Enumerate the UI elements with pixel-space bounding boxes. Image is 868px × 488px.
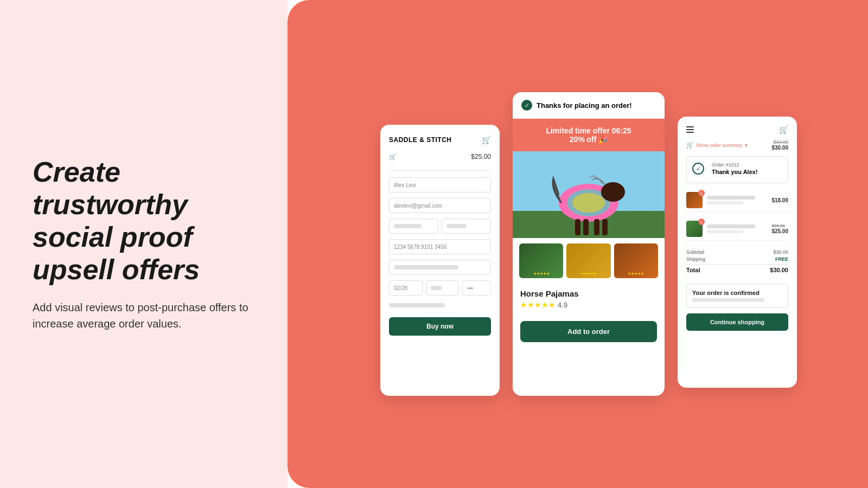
svg-rect-8	[594, 219, 599, 235]
hero-description: Add visual reviews to post-purchase offe…	[33, 299, 255, 332]
cvv-field[interactable]	[426, 280, 459, 296]
subtotal-row: Subtotal $30.00	[686, 249, 788, 255]
product-name: Horse Pajamas	[520, 289, 657, 298]
bottom-placeholder	[389, 303, 445, 307]
svg-point-5	[601, 182, 625, 202]
total-label: Total	[686, 267, 700, 273]
left-panel: Create trustworthy social proof upsell o…	[0, 0, 288, 488]
continue-shopping-button[interactable]: Continue shopping	[686, 313, 788, 331]
add-to-order-button[interactable]: Add to order	[520, 321, 657, 342]
item2-price: $29.00 $25.00	[771, 223, 788, 234]
old-price: $34.00	[771, 139, 788, 145]
stars-icon: ★★★★★	[520, 300, 556, 309]
offer-text: Limited time offer 06:25	[520, 126, 657, 135]
name-row	[389, 219, 491, 234]
confirmation-card: 🛒 🛒 Show order summary ▾ $34.00 $30.00 ✓…	[678, 117, 797, 388]
cart-top-icon: 🛒	[779, 125, 788, 134]
confirmed-line	[692, 298, 764, 302]
item2-image: 1	[686, 221, 703, 237]
address-placeholder	[394, 265, 458, 269]
thanks-text: Thanks for placing an order!	[537, 101, 632, 110]
item2-new-price: $25.00	[771, 228, 788, 234]
svg-rect-7	[583, 219, 589, 235]
card-number-field[interactable]: 1234 5678 9101 3456	[389, 239, 491, 254]
divider1	[389, 170, 491, 171]
name-field[interactable]: Alex Levi	[389, 177, 491, 192]
item1-image: 1	[686, 192, 703, 208]
order-prices: $34.00 $30.00	[771, 139, 788, 151]
thumbnail-1[interactable]: ★★★★★	[519, 243, 563, 278]
svg-point-4	[572, 193, 605, 213]
shipping-label: Shipping	[686, 256, 705, 262]
item2-badge: 1	[698, 219, 705, 225]
subtotal-value: $30.00	[773, 249, 788, 255]
total-value: $30.00	[770, 267, 788, 273]
item2-line2	[707, 230, 743, 233]
checkout-card: SADDLE & STITCH 🛒 🛒 $25.00 Alex Levi ale…	[380, 125, 500, 396]
last-name-field[interactable]	[442, 219, 491, 234]
last-name-placeholder	[446, 224, 467, 228]
hero-title: Create trustworthy social proof upsell o…	[33, 156, 255, 286]
confirmed-box: Your order is confirmed	[686, 284, 788, 308]
card2-header: ✓ Thanks for placing an order!	[513, 92, 665, 119]
right-panel: SADDLE & STITCH 🛒 🛒 $25.00 Alex Levi ale…	[288, 0, 868, 488]
dots-field[interactable]: •••	[462, 280, 491, 296]
item2-old-price: $29.00	[771, 223, 788, 228]
item1-line2	[707, 201, 743, 204]
buy-now-button[interactable]: Buy now	[389, 317, 491, 336]
total-row: Total $30.00	[686, 264, 788, 273]
cart-icon: 🛒	[482, 136, 491, 144]
horse-main-image	[513, 151, 665, 238]
checkmark-icon: ✓	[521, 100, 532, 111]
shipping-row: Shipping FREE	[686, 256, 788, 262]
svg-rect-9	[602, 219, 608, 235]
show-summary-label: Show order summary	[696, 143, 743, 148]
ham-line-2	[686, 129, 694, 130]
left-content: Create trustworthy social proof upsell o…	[33, 156, 255, 331]
thumb3-stars: ★★★★★	[628, 272, 644, 276]
shipping-value: FREE	[775, 256, 788, 262]
svg-rect-6	[575, 219, 580, 235]
hamburger-menu[interactable]	[686, 126, 694, 133]
rating-number: 4.9	[558, 301, 567, 309]
first-name-placeholder	[394, 224, 422, 228]
price-tag: $25.00	[471, 153, 491, 160]
arrow-down-icon: ▾	[745, 143, 748, 148]
order-number: Order #1012	[712, 162, 758, 168]
horse-svg	[513, 151, 665, 238]
cart-small-icon: 🛒	[389, 153, 397, 160]
thumbnail-2[interactable]: ★★★★★	[566, 243, 610, 278]
order-summary-row[interactable]: 🛒 Show order summary ▾	[686, 142, 748, 149]
offer-banner: Limited time offer 06:25 20% off 🎉	[513, 119, 665, 151]
order-status-section: ✓ Order #1012 Thank you Alex!	[686, 156, 788, 183]
ham-line-1	[686, 126, 694, 127]
thumbnail-row: ★★★★★ ★★★★★ ★★★★★	[513, 238, 665, 284]
product-info: Horse Pajamas ★★★★★ 4.9	[513, 284, 665, 317]
cvv-placeholder	[431, 286, 443, 290]
order-summary-bar: 🛒 Show order summary ▾ $34.00 $30.00	[686, 139, 788, 151]
expiry-field[interactable]: 02/28	[389, 280, 423, 296]
card-details-row: 02/28 •••	[389, 280, 491, 296]
order-check-icon: ✓	[692, 163, 704, 175]
order-header-row: ✓ Order #1012 Thank you Alex!	[692, 162, 782, 175]
card1-header: SADDLE & STITCH 🛒	[389, 136, 491, 144]
item1-details	[707, 196, 767, 204]
new-price: $30.00	[771, 145, 788, 151]
thank-you-text: Thank you Alex!	[712, 169, 758, 175]
confirmed-title: Your order is confirmed	[692, 290, 782, 296]
stars-rating: ★★★★★ 4.9	[520, 300, 657, 309]
price-summary: Subtotal $30.00 Shipping FREE Total $30.…	[686, 246, 788, 278]
order-details: Order #1012 Thank you Alex!	[712, 162, 758, 175]
item2-line1	[707, 224, 755, 228]
thumb1-stars: ★★★★★	[533, 272, 550, 276]
thumb2-stars: ★★★★★	[580, 272, 597, 276]
order-item-2: 1 $29.00 $25.00	[686, 217, 788, 241]
address-field[interactable]	[389, 260, 491, 275]
email-field[interactable]: alexlevi@gmail.com	[389, 198, 491, 213]
card3-header: 🛒	[686, 125, 788, 134]
item2-details	[707, 224, 767, 233]
first-name-field[interactable]	[389, 219, 438, 234]
thumbnail-3[interactable]: ★★★★★	[614, 243, 658, 278]
subtotal-label: Subtotal	[686, 249, 704, 255]
upsell-card: ✓ Thanks for placing an order! Limited t…	[513, 92, 665, 396]
